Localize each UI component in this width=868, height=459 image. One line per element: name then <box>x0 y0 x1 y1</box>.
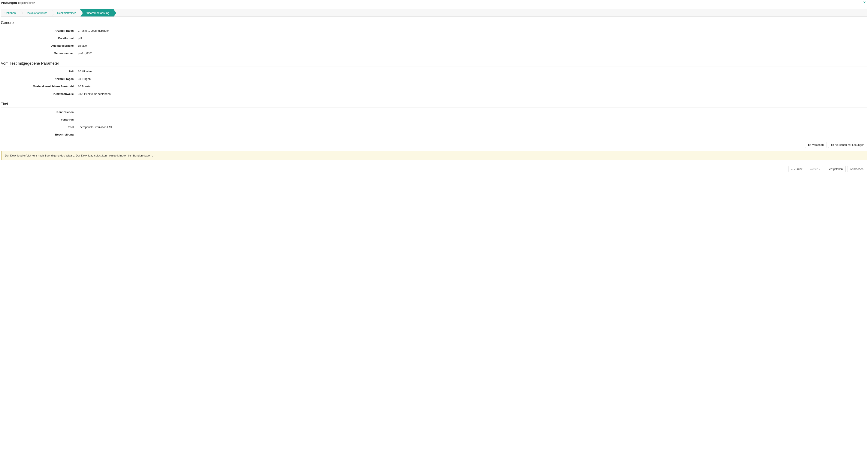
row-dateiformat: Dateiformat pdf <box>1 37 867 40</box>
wizard-step-optionen[interactable]: Optionen <box>1 9 20 17</box>
label: Seriennummer <box>1 52 78 55</box>
download-info-alert: Der Download erfolgt kurz nach Beendigun… <box>1 151 867 160</box>
eye-icon <box>808 144 811 146</box>
row-beschreibung: Beschreibung <box>1 133 867 136</box>
label: Punkteschwelle <box>1 92 78 96</box>
value: 31.5 Punkte für bestanden <box>78 92 111 96</box>
button-label: Vorschau <box>812 143 824 146</box>
modal-title: Prüfungen exportieren <box>1 1 35 4</box>
wizard-step-deckblattfelder[interactable]: Deckblattfelder <box>52 9 80 17</box>
row-max-punkte: Maximal erreichbare Punktzahl 60 Punkte <box>1 85 867 88</box>
row-zeit: Zeit 30 Minuten <box>1 70 867 73</box>
row-seriennummer: Seriennummer prefix_0001 <box>1 52 867 55</box>
wizard-step-label: Deckblattfelder <box>57 11 76 14</box>
close-icon[interactable]: ✕ <box>863 1 866 4</box>
section-title-generell: Generell <box>1 19 867 26</box>
summary-content: Generell Anzahl Fragen 1 Tests, 1 Lösung… <box>0 17 868 136</box>
row-ausgabesprache: Ausgabesprache Deutsch <box>1 44 867 47</box>
value: Therapeutik Simulation FMH <box>78 126 113 129</box>
wizard-footer: « Zurück Weiter » Fertigstellen Abbreche… <box>0 163 868 175</box>
button-label: Fertigstellen <box>828 167 843 171</box>
value: 30 Minuten <box>78 70 92 73</box>
section-title-titel: Titel <box>1 100 867 107</box>
value: 1 Tests, 1 Lösungsblätter <box>78 29 109 32</box>
finish-button[interactable]: Fertigstellen <box>825 166 845 172</box>
label: Verfahren <box>1 118 78 121</box>
label: Anzahl Fragen <box>1 29 78 32</box>
value: 60 Punkte <box>78 85 91 88</box>
chevron-left-icon: « <box>791 168 793 170</box>
value: prefix_0001 <box>78 52 93 55</box>
alert-text: Der Download erfolgt kurz nach Beendigun… <box>5 154 153 157</box>
button-label: Abbrechen <box>850 167 864 171</box>
value: pdf <box>78 37 82 40</box>
wizard-step-zusammenfassung[interactable]: Zusammenfassung <box>80 9 114 17</box>
label: Dateiformat <box>1 37 78 40</box>
label: Kennzeichen <box>1 110 78 114</box>
row-punkteschwelle: Punkteschwelle 31.5 Punkte für bestanden <box>1 92 867 96</box>
wizard-container: Optionen Deckblattattribute Deckblattfel… <box>0 7 868 17</box>
value: Deutsch <box>78 44 88 47</box>
row-anzahl-fragen-params: Anzahl Fragen 34 Fragen <box>1 77 867 80</box>
wizard-steps: Optionen Deckblattattribute Deckblattfel… <box>1 9 867 17</box>
wizard-step-deckblattattribute[interactable]: Deckblattattribute <box>20 9 52 17</box>
chevron-right-icon: » <box>819 168 820 170</box>
button-label: Vorschau mit Lösungen <box>835 143 864 146</box>
row-anzahl-fragen-general: Anzahl Fragen 1 Tests, 1 Lösungsblätter <box>1 29 867 32</box>
wizard-step-label: Zusammenfassung <box>86 11 110 14</box>
label: Beschreibung <box>1 133 78 136</box>
value: 34 Fragen <box>78 77 91 80</box>
label: Anzahl Fragen <box>1 77 78 80</box>
preview-button[interactable]: Vorschau <box>805 142 827 148</box>
eye-icon <box>831 144 834 146</box>
wizard-step-label: Optionen <box>4 11 16 14</box>
button-label: Zurück <box>794 167 802 171</box>
row-verfahren: Verfahren <box>1 118 867 121</box>
modal-header: Prüfungen exportieren ✕ <box>0 0 868 7</box>
wizard-step-label: Deckblattattribute <box>26 11 47 14</box>
row-titel: Titel Therapeutik Simulation FMH <box>1 126 867 129</box>
label: Zeit <box>1 70 78 73</box>
preview-buttons-row: Vorschau Vorschau mit Lösungen <box>0 140 868 151</box>
back-button[interactable]: « Zurück <box>788 166 805 172</box>
preview-with-solutions-button[interactable]: Vorschau mit Lösungen <box>828 142 867 148</box>
section-title-parameter: Vom Test mitgegebene Parameter <box>1 59 867 67</box>
label: Maximal erreichbare Punktzahl <box>1 85 78 88</box>
label: Titel <box>1 126 78 129</box>
label: Ausgabesprache <box>1 44 78 47</box>
row-kennzeichen: Kennzeichen <box>1 110 867 114</box>
cancel-button[interactable]: Abbrechen <box>847 166 866 172</box>
button-label: Weiter <box>810 167 818 171</box>
next-button: Weiter » <box>807 166 823 172</box>
